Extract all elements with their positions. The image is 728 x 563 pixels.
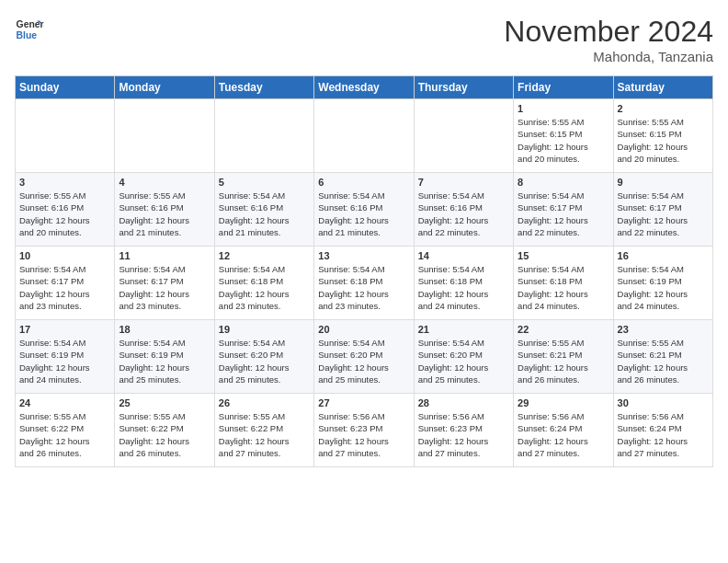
day-detail: Sunrise: 5:55 AM Sunset: 6:22 PM Dayligh… [219,410,310,459]
day-number: 14 [418,250,509,261]
calendar-cell: 18Sunrise: 5:54 AM Sunset: 6:19 PM Dayli… [115,320,214,394]
calendar-cell: 2Sunrise: 5:55 AM Sunset: 6:15 PM Daylig… [613,99,712,173]
day-number: 1 [518,103,609,114]
calendar-cell: 12Sunrise: 5:54 AM Sunset: 6:18 PM Dayli… [214,247,313,320]
day-number: 6 [318,177,409,188]
week-row-3: 10Sunrise: 5:54 AM Sunset: 6:17 PM Dayli… [16,247,713,320]
weekday-header-saturday: Saturday [613,76,712,99]
calendar-cell: 17Sunrise: 5:54 AM Sunset: 6:19 PM Dayli… [16,320,115,394]
calendar-cell: 24Sunrise: 5:55 AM Sunset: 6:22 PM Dayli… [16,394,115,467]
weekday-header-sunday: Sunday [16,76,115,99]
calendar-cell: 23Sunrise: 5:55 AM Sunset: 6:21 PM Dayli… [613,320,712,394]
day-detail: Sunrise: 5:55 AM Sunset: 6:22 PM Dayligh… [119,410,210,459]
day-detail: Sunrise: 5:54 AM Sunset: 6:16 PM Dayligh… [418,190,509,238]
day-number: 11 [119,250,210,261]
day-number: 28 [418,397,509,408]
weekday-header-row: SundayMondayTuesdayWednesdayThursdayFrid… [16,76,713,99]
calendar-cell: 6Sunrise: 5:54 AM Sunset: 6:16 PM Daylig… [314,173,414,247]
day-detail: Sunrise: 5:54 AM Sunset: 6:16 PM Dayligh… [219,190,310,238]
calendar-cell: 11Sunrise: 5:54 AM Sunset: 6:17 PM Dayli… [115,247,214,320]
calendar-cell: 3Sunrise: 5:55 AM Sunset: 6:16 PM Daylig… [16,173,115,247]
calendar-cell: 9Sunrise: 5:54 AM Sunset: 6:17 PM Daylig… [613,173,712,247]
calendar-cell [115,99,214,173]
day-detail: Sunrise: 5:54 AM Sunset: 6:20 PM Dayligh… [418,337,509,385]
week-row-5: 24Sunrise: 5:55 AM Sunset: 6:22 PM Dayli… [16,394,713,467]
day-detail: Sunrise: 5:54 AM Sunset: 6:18 PM Dayligh… [518,263,609,312]
calendar-cell: 10Sunrise: 5:54 AM Sunset: 6:17 PM Dayli… [16,247,115,320]
calendar-cell: 19Sunrise: 5:54 AM Sunset: 6:20 PM Dayli… [214,320,313,394]
calendar-cell [16,99,115,173]
calendar-cell: 13Sunrise: 5:54 AM Sunset: 6:18 PM Dayli… [314,247,414,320]
day-detail: Sunrise: 5:54 AM Sunset: 6:17 PM Dayligh… [518,190,609,238]
week-row-2: 3Sunrise: 5:55 AM Sunset: 6:16 PM Daylig… [16,173,713,247]
day-number: 12 [219,250,310,261]
day-detail: Sunrise: 5:56 AM Sunset: 6:24 PM Dayligh… [618,410,709,459]
calendar-cell [414,99,513,173]
calendar-cell: 21Sunrise: 5:54 AM Sunset: 6:20 PM Dayli… [414,320,513,394]
calendar-cell: 8Sunrise: 5:54 AM Sunset: 6:17 PM Daylig… [514,173,613,247]
day-detail: Sunrise: 5:55 AM Sunset: 6:15 PM Dayligh… [518,116,609,165]
day-number: 19 [219,324,310,335]
logo-icon: General Blue [15,15,44,44]
day-detail: Sunrise: 5:54 AM Sunset: 6:18 PM Dayligh… [418,263,509,312]
weekday-header-tuesday: Tuesday [214,76,313,99]
calendar-cell: 29Sunrise: 5:56 AM Sunset: 6:24 PM Dayli… [514,394,613,467]
calendar-cell [314,99,414,173]
day-number: 8 [518,177,609,188]
weekday-header-wednesday: Wednesday [314,76,414,99]
calendar-cell [214,99,313,173]
calendar-cell: 4Sunrise: 5:55 AM Sunset: 6:16 PM Daylig… [115,173,214,247]
day-number: 9 [618,177,709,188]
day-detail: Sunrise: 5:54 AM Sunset: 6:17 PM Dayligh… [19,263,110,312]
calendar-cell: 20Sunrise: 5:54 AM Sunset: 6:20 PM Dayli… [314,320,414,394]
weekday-header-friday: Friday [514,76,613,99]
calendar-cell: 28Sunrise: 5:56 AM Sunset: 6:23 PM Dayli… [414,394,513,467]
calendar-cell: 25Sunrise: 5:55 AM Sunset: 6:22 PM Dayli… [115,394,214,467]
day-number: 3 [19,177,110,188]
day-number: 17 [19,324,110,335]
calendar-cell: 7Sunrise: 5:54 AM Sunset: 6:16 PM Daylig… [414,173,513,247]
day-detail: Sunrise: 5:54 AM Sunset: 6:18 PM Dayligh… [219,263,310,312]
day-detail: Sunrise: 5:54 AM Sunset: 6:19 PM Dayligh… [19,337,110,385]
day-number: 10 [19,250,110,261]
day-number: 30 [618,397,709,408]
title-area: November 2024 Mahonda, Tanzania [504,15,713,64]
day-detail: Sunrise: 5:55 AM Sunset: 6:21 PM Dayligh… [518,337,609,385]
day-detail: Sunrise: 5:56 AM Sunset: 6:23 PM Dayligh… [418,410,509,459]
day-number: 13 [318,250,409,261]
day-detail: Sunrise: 5:54 AM Sunset: 6:17 PM Dayligh… [119,263,210,312]
week-row-1: 1Sunrise: 5:55 AM Sunset: 6:15 PM Daylig… [16,99,713,173]
calendar-cell: 14Sunrise: 5:54 AM Sunset: 6:18 PM Dayli… [414,247,513,320]
day-detail: Sunrise: 5:55 AM Sunset: 6:15 PM Dayligh… [618,116,709,165]
day-detail: Sunrise: 5:54 AM Sunset: 6:20 PM Dayligh… [219,337,310,385]
calendar-cell: 5Sunrise: 5:54 AM Sunset: 6:16 PM Daylig… [214,173,313,247]
day-detail: Sunrise: 5:56 AM Sunset: 6:23 PM Dayligh… [318,410,409,459]
day-number: 23 [618,324,709,335]
day-number: 18 [119,324,210,335]
day-detail: Sunrise: 5:55 AM Sunset: 6:16 PM Dayligh… [19,190,110,238]
day-number: 27 [318,397,409,408]
calendar-cell: 15Sunrise: 5:54 AM Sunset: 6:18 PM Dayli… [514,247,613,320]
day-number: 21 [418,324,509,335]
weekday-header-monday: Monday [115,76,214,99]
day-number: 5 [219,177,310,188]
calendar-cell: 30Sunrise: 5:56 AM Sunset: 6:24 PM Dayli… [613,394,712,467]
day-number: 26 [219,397,310,408]
day-detail: Sunrise: 5:54 AM Sunset: 6:18 PM Dayligh… [318,263,409,312]
day-detail: Sunrise: 5:54 AM Sunset: 6:16 PM Dayligh… [318,190,409,238]
day-detail: Sunrise: 5:54 AM Sunset: 6:19 PM Dayligh… [119,337,210,385]
week-row-4: 17Sunrise: 5:54 AM Sunset: 6:19 PM Dayli… [16,320,713,394]
day-number: 29 [518,397,609,408]
svg-text:Blue: Blue [17,30,38,40]
calendar-cell: 27Sunrise: 5:56 AM Sunset: 6:23 PM Dayli… [314,394,414,467]
day-number: 4 [119,177,210,188]
day-number: 22 [518,324,609,335]
day-number: 24 [19,397,110,408]
logo: General Blue [15,15,44,44]
day-number: 25 [119,397,210,408]
day-number: 2 [618,103,709,114]
day-detail: Sunrise: 5:55 AM Sunset: 6:22 PM Dayligh… [19,410,110,459]
day-detail: Sunrise: 5:55 AM Sunset: 6:21 PM Dayligh… [618,337,709,385]
day-number: 20 [318,324,409,335]
day-detail: Sunrise: 5:54 AM Sunset: 6:17 PM Dayligh… [618,190,709,238]
